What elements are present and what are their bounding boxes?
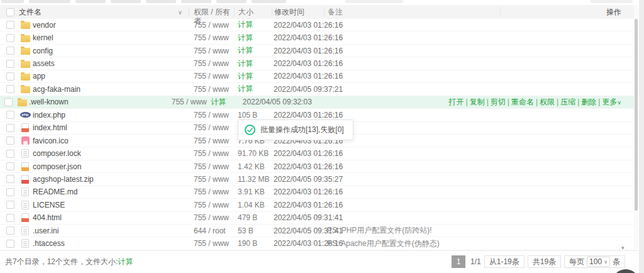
toolbar-search-sliver[interactable] (345, 0, 403, 3)
row-checkbox[interactable] (6, 150, 14, 158)
text-file-icon (21, 239, 29, 248)
per-page-select[interactable]: 100 ∨ (587, 257, 610, 267)
folder-icon (21, 22, 30, 29)
calc-size-link[interactable]: 计算 (118, 257, 133, 267)
row-checkbox-cell (0, 124, 18, 132)
calc-size-link[interactable]: 计算 (234, 33, 272, 43)
toolbar-button-sliver[interactable] (111, 0, 141, 3)
calc-size-link[interactable]: 计算 (234, 58, 272, 69)
calc-size-link[interactable]: 计算 (234, 20, 272, 30)
toolbar-button-sliver[interactable] (252, 0, 286, 3)
calc-size-link[interactable]: 计算 (238, 84, 253, 93)
row-checkbox[interactable] (6, 240, 14, 248)
toolbar-button-sliver[interactable] (216, 0, 247, 3)
row-checkbox[interactable] (4, 98, 13, 106)
row-checkbox[interactable] (6, 124, 14, 132)
row-checkbox[interactable] (6, 47, 14, 55)
row-checkbox[interactable] (6, 111, 14, 119)
row-checkbox[interactable] (6, 136, 14, 145)
row-checkbox[interactable] (6, 201, 14, 209)
file-name[interactable]: index.php (33, 111, 189, 120)
row-checkbox[interactable] (6, 175, 14, 183)
file-name[interactable]: .user.ini (33, 226, 189, 235)
select-all-checkbox[interactable] (6, 8, 14, 16)
calc-size-link[interactable]: 计算 (238, 72, 253, 81)
text-file-icon (21, 226, 29, 235)
file-size: 53 B (234, 226, 272, 235)
calc-size-link[interactable]: 计算 (238, 59, 253, 68)
file-name[interactable]: app (33, 72, 189, 81)
file-name[interactable]: composer.json (33, 162, 189, 171)
file-mtime: 2022/04/05 09:31:41 (272, 226, 324, 235)
file-name[interactable]: config (33, 47, 189, 55)
more-actions-link[interactable]: 更多∨ (602, 98, 621, 106)
toolbar-button-sliver[interactable] (146, 0, 176, 3)
file-name[interactable]: 404.html (33, 213, 189, 222)
table-row: .well-known755 / www计算2022/04/05 09:32:0… (0, 96, 634, 109)
file-name[interactable]: .htaccess (33, 239, 189, 248)
file-permission: 755 / www (189, 47, 234, 55)
file-name[interactable]: acgshop-latest.zip (33, 175, 189, 184)
row-checkbox-cell (0, 162, 18, 170)
calc-size-link[interactable]: 计算 (234, 71, 272, 82)
row-checkbox-cell (0, 47, 18, 55)
table-row: app755 / www计算2022/04/03 01:26:16 (0, 70, 634, 83)
row-checkbox[interactable] (6, 226, 14, 235)
row-checkbox-cell (0, 60, 18, 68)
file-name[interactable]: composer.lock (33, 149, 189, 158)
row-checkbox[interactable] (6, 162, 14, 170)
calc-size-link[interactable]: 计算 (234, 84, 272, 94)
toolbar-button-sliver[interactable] (181, 0, 211, 3)
row-checkbox[interactable] (6, 214, 14, 222)
file-name[interactable]: favicon.ico (33, 136, 189, 145)
row-checkbox[interactable] (6, 60, 14, 68)
toolbar-button-sliver[interactable] (1, 0, 24, 3)
scrollbar-track[interactable] (634, 5, 638, 250)
file-name[interactable]: LICENSE (33, 201, 189, 209)
toolbar-button-sliver[interactable] (591, 0, 633, 3)
file-name[interactable]: .well-known (29, 98, 167, 106)
file-name[interactable]: kernel (33, 33, 189, 42)
file-name[interactable]: README.md (33, 187, 189, 196)
file-permission: 644 / root (189, 226, 234, 235)
file-name[interactable]: index.html (33, 123, 189, 132)
action-link[interactable]: 删除 (581, 98, 596, 106)
action-link[interactable]: 剪切 (491, 98, 506, 106)
row-checkbox-cell (0, 72, 18, 81)
row-icon-cell (18, 162, 33, 171)
calc-size-link[interactable]: 计算 (234, 45, 272, 56)
per-page-value: 100 (589, 257, 602, 266)
file-manager: 文件名 ∨ 权限 / 所有者 大小 修改时间 备注 操作 vendor755 /… (0, 0, 644, 273)
chevron-down-icon[interactable]: ∨ (178, 9, 182, 16)
folder-icon (18, 99, 27, 106)
row-checkbox[interactable] (6, 21, 14, 29)
action-link[interactable]: 复制 (470, 98, 485, 106)
file-name[interactable]: vendor (33, 21, 189, 30)
toolbar-button-sliver[interactable] (29, 0, 70, 3)
file-name[interactable]: assets (33, 59, 189, 68)
action-link[interactable]: 重命名 (511, 98, 534, 106)
row-checkbox[interactable] (6, 34, 14, 42)
footer-bar: 共7个目录，12个文件，文件大小: 计算 1 1/1 从1-19条 共19条 每… (0, 250, 639, 273)
row-checkbox[interactable] (6, 188, 14, 196)
calc-size-link[interactable]: 计算 (238, 46, 253, 55)
calc-size-link[interactable]: 计算 (207, 97, 241, 108)
row-icon-cell (18, 85, 33, 93)
row-checkbox[interactable] (6, 85, 14, 93)
toolbar-button-sliver[interactable] (75, 0, 106, 3)
chevron-down-icon: ∨ (604, 259, 608, 265)
action-link[interactable]: 权限 (540, 98, 555, 106)
action-link[interactable]: 压缩 (560, 98, 575, 106)
file-permission: 755 / www (189, 239, 234, 248)
scrollbar-thumb[interactable] (635, 19, 638, 211)
row-checkbox-cell (0, 226, 18, 235)
table-row: acgshop-latest.zip755 / www11.32 MB2022/… (0, 173, 634, 186)
action-link[interactable]: 打开 (449, 98, 464, 106)
page-button-1[interactable]: 1 (452, 255, 465, 268)
row-icon-cell (18, 123, 33, 132)
file-name[interactable]: acg-faka-main (33, 85, 189, 94)
calc-size-link[interactable]: 计算 (238, 33, 253, 42)
calc-size-link[interactable]: 计算 (211, 98, 226, 106)
calc-size-link[interactable]: 计算 (238, 20, 253, 29)
row-checkbox[interactable] (6, 72, 14, 81)
